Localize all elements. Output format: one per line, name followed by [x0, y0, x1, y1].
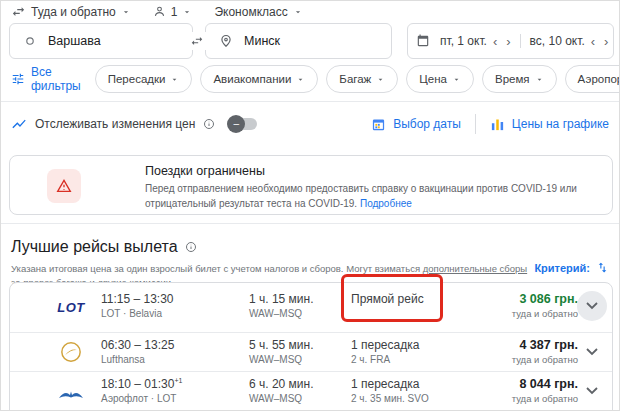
flight-row-aeroflot-lot[interactable]: 18:10 – 01:30+1 Аэрофлот · LOT 6 ч. 20 м… [10, 371, 612, 411]
filter-pill-label: Авиакомпании [213, 73, 291, 85]
chevron-down-icon [121, 7, 131, 17]
sort-arrows-icon [596, 261, 609, 274]
aeroflot-logo [48, 372, 94, 411]
chevron-down-icon [293, 7, 303, 17]
flight-route: WAW–MSQ [249, 308, 314, 319]
return-date-control[interactable]: вс, 10 окт. ‹ › [520, 34, 612, 48]
notice-title: Поездки ограничены [145, 164, 265, 178]
depart-date-prev-button[interactable]: ‹ [490, 35, 500, 48]
location-pin-icon [219, 34, 233, 48]
expand-flight-button[interactable] [577, 376, 607, 406]
expand-flight-button[interactable] [577, 337, 607, 367]
flight-duration: 1 ч. 15 мин. [249, 292, 314, 306]
info-icon[interactable] [203, 118, 215, 130]
passengers-count: 1 [171, 5, 178, 19]
flight-price-col: 3 086 грн. туда и обратно [512, 292, 578, 319]
search-options-bar: Туда и обратно 1 Экономкласс [11, 4, 303, 19]
destination-value: Минск [244, 34, 280, 48]
filter-pill-label: Пересадки [108, 73, 166, 85]
price-graph-icon [490, 117, 505, 132]
divider [1, 101, 619, 102]
filter-pill-label: Багаж [339, 73, 371, 85]
all-filters-button[interactable]: Все фильтры [11, 65, 81, 93]
price-graph-button[interactable]: Цены на графике [490, 117, 609, 132]
flight-price-col: 4 387 грн. туда и обратно [512, 338, 578, 365]
calendar-icon [416, 34, 430, 48]
all-filters-label: Все фильтры [31, 65, 81, 93]
flight-stops-detail: 2 ч. 35 мин. SVO [351, 393, 429, 404]
disclaimer-text: Указана итоговая цена за один взрослый б… [11, 263, 423, 274]
dates-field: пт, 1 окт. ‹ › вс, 10 окт. ‹ › [407, 23, 614, 59]
filter-pill-stops[interactable]: Пересадки [95, 65, 193, 93]
flight-airlines: Lufthansa [101, 354, 174, 365]
filter-pill-airlines[interactable]: Авиакомпании [200, 65, 318, 93]
flight-stops-col: Прямой рейс [351, 292, 424, 308]
info-icon[interactable] [185, 241, 197, 253]
return-date-prev-button[interactable]: ‹ [588, 35, 598, 48]
filter-pill-label: Цена [419, 73, 447, 85]
flight-duration-col: 6 ч. 20 мин. WAW–MSQ [249, 377, 314, 404]
chevron-down-icon [296, 75, 305, 84]
filter-pill-price[interactable]: Цена [406, 65, 474, 93]
filter-pill-times[interactable]: Время [482, 65, 557, 93]
flight-stops: 1 пересадка [351, 377, 429, 391]
depart-date-value: пт, 1 окт. [440, 34, 487, 48]
destination-field[interactable]: Минск [205, 23, 392, 59]
date-grid-button[interactable]: Выбор даты [371, 117, 461, 132]
flight-times-col: 18:10 – 01:30+1 Аэрофлот · LOT [101, 377, 182, 404]
view-buttons: Выбор даты Цены на графике [371, 114, 609, 134]
flight-route: WAW–MSQ [249, 354, 314, 365]
filter-pill-connecting-airports[interactable]: Аэропорты пересадки [565, 65, 620, 93]
price-graph-label: Цены на графике [512, 117, 609, 131]
price-tracking-label: Отслеживать изменения цен [35, 117, 195, 131]
flight-price: 3 086 грн. [512, 292, 578, 306]
lot-logo: LOT [48, 283, 94, 332]
flight-times-col: 11:15 – 13:30 LOT · Belavia [101, 292, 174, 319]
warning-icon [47, 169, 81, 203]
tune-icon [11, 72, 25, 86]
expand-flight-button[interactable] [577, 291, 607, 321]
flight-times: 06:30 – 13:25 [101, 338, 174, 352]
divider [1, 223, 619, 224]
return-date-next-button[interactable]: › [601, 35, 611, 48]
origin-circle-icon [23, 34, 37, 48]
swap-route-button[interactable] [185, 32, 209, 50]
passengers-selector[interactable]: 1 [153, 5, 193, 19]
best-flights-title: Лучшие рейсы вылета [11, 238, 178, 256]
origin-value: Варшава [48, 34, 101, 48]
flight-price: 4 387 грн. [512, 338, 578, 352]
flight-airlines: Аэрофлот · LOT [101, 393, 182, 404]
flight-stops: 1 пересадка [351, 338, 419, 352]
flight-row-lot-belavia[interactable]: LOT 11:15 – 13:30 LOT · Belavia 1 ч. 15 … [10, 283, 612, 332]
flight-stops-detail: 2 ч. FRA [351, 354, 419, 365]
flight-stops-col: 1 пересадка 2 ч. 35 мин. SVO [351, 377, 429, 404]
cabin-class-selector[interactable]: Экономкласс [214, 5, 302, 19]
flight-row-lufthansa[interactable]: 06:30 – 13:25 Lufthansa 5 ч. 55 мин. WAW… [10, 332, 612, 371]
chevron-down-icon [182, 7, 192, 17]
flight-duration-col: 1 ч. 15 мин. WAW–MSQ [249, 292, 314, 319]
trip-type-selector[interactable]: Туда и обратно [11, 4, 131, 19]
flight-duration: 5 ч. 55 мин. [249, 338, 314, 352]
sort-label: Критерий: [534, 262, 590, 274]
travel-restriction-notice: Поездки ограничены Перед отправлением не… [9, 155, 613, 215]
sort-control[interactable]: Критерий: [534, 261, 609, 274]
origin-field[interactable]: Варшава [9, 23, 193, 59]
flight-times: 18:10 – 01:30 [101, 377, 174, 391]
date-grid-icon [371, 117, 386, 132]
flight-times: 11:15 – 13:30 [101, 292, 174, 306]
flight-route: WAW–MSQ [249, 393, 314, 404]
lot-logo-text: LOT [57, 300, 85, 315]
chevron-down-icon [376, 75, 385, 84]
depart-date-control[interactable]: пт, 1 окт. ‹ › [416, 34, 514, 48]
date-grid-label: Выбор даты [393, 117, 461, 131]
flight-times-col: 06:30 – 13:25 Lufthansa [101, 338, 174, 365]
filters-bar: Все фильтры Пересадки Авиакомпании Багаж… [11, 65, 620, 93]
notice-more-link[interactable]: Подробнее [360, 198, 412, 209]
filter-pill-bags[interactable]: Багаж [326, 65, 398, 93]
price-tracking-row: Отслеживать изменения цен – Выбор даты Ц… [11, 108, 609, 140]
depart-date-next-button[interactable]: › [503, 35, 513, 48]
price-tracking-control: Отслеживать изменения цен – [11, 116, 257, 132]
flight-price-note: туда и обратно [512, 308, 578, 319]
flight-duration: 6 ч. 20 мин. [249, 377, 314, 391]
price-tracking-toggle[interactable]: – [229, 118, 257, 130]
